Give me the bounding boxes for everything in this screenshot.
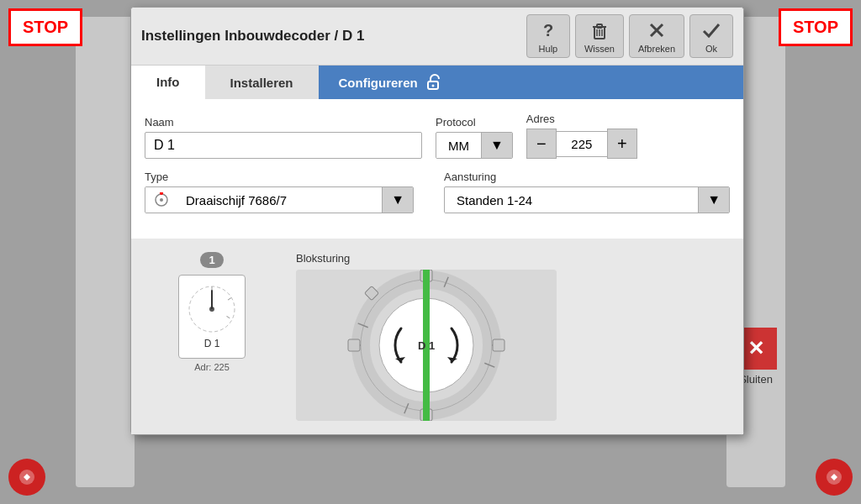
svg-rect-14 [700, 18, 723, 42]
protocol-dropdown-btn[interactable]: ▼ [481, 133, 512, 158]
dialog-header: Instellingen Inbouwdecoder / D 1 ? Hulp [131, 8, 743, 66]
bottom-icon-right [816, 459, 853, 496]
bloksturing-title: Bloksturing [296, 252, 730, 265]
dialog-bottom: 1 D 1 Adr: 225 Blo [131, 239, 743, 434]
wissen-label: Wissen [584, 44, 615, 54]
svg-rect-43 [493, 339, 504, 351]
type-label: Type [145, 171, 430, 183]
type-group: Type Draaischijf 7686/7 ▼ [145, 171, 430, 213]
protocol-group: Protocol MM ▼ [436, 116, 513, 159]
naam-label: Naam [145, 116, 422, 129]
type-value: Draaischijf 7686/7 [177, 188, 382, 213]
svg-text:?: ? [543, 21, 553, 39]
dialog-title: Instellingen Inbouwdecoder / D 1 [141, 28, 364, 45]
adres-group: Adres − 225 + [526, 113, 637, 159]
protocol-value: MM [436, 134, 481, 158]
blok-canvas: D 1 [296, 270, 557, 421]
dialog-body: Naam Protocol MM ▼ Adres − 225 + [131, 99, 743, 239]
badge-1: 1 [200, 252, 223, 268]
bloksturing-svg: D 1 [296, 270, 557, 421]
protocol-select[interactable]: MM ▼ [436, 132, 513, 159]
aansturing-value: Standen 1-24 [445, 188, 698, 213]
bottom-icon-left [8, 459, 45, 496]
stop-button-right[interactable]: STOP [779, 8, 853, 46]
help-icon: ? [536, 18, 560, 42]
svg-text:D 1: D 1 [418, 339, 435, 352]
ok-label: Ok [705, 44, 717, 54]
adres-value: 225 [557, 131, 607, 157]
type-dropdown-btn[interactable]: ▼ [382, 187, 413, 213]
aansturing-label: Aansturing [444, 171, 730, 183]
tabs-bar: Info Installeren Configureren [131, 66, 743, 99]
afbreken-button[interactable]: Afbreken [629, 14, 684, 58]
naam-group: Naam [145, 116, 422, 159]
bg-panel-left [76, 17, 135, 487]
adres-label: Adres [526, 113, 637, 125]
type-select[interactable]: Draaischijf 7686/7 ▼ [145, 186, 414, 213]
settings-dialog: Instellingen Inbouwdecoder / D 1 ? Hulp [130, 7, 744, 435]
decoder-card: D 1 [178, 275, 246, 359]
svg-point-16 [431, 85, 434, 87]
row-naam-protocol-adres: Naam Protocol MM ▼ Adres − 225 + [145, 113, 730, 159]
decoder-addr: Adr: 225 [194, 362, 230, 372]
aansturing-group: Aansturing Standen 1-24 ▼ [444, 171, 730, 213]
decoder-name: D 1 [204, 338, 220, 349]
hulp-label: Hulp [539, 44, 558, 54]
svg-point-18 [160, 198, 163, 202]
close-icon [645, 18, 668, 42]
decoder-dial-svg [187, 284, 237, 334]
trash-icon [588, 18, 611, 42]
adres-plus-btn[interactable]: + [607, 129, 637, 159]
tab-installeren[interactable]: Installeren [205, 66, 319, 99]
adres-controls: − 225 + [526, 129, 637, 159]
type-icon [145, 187, 177, 213]
hulp-button[interactable]: ? Hulp [526, 14, 570, 58]
preview-left: 1 D 1 Adr: 225 [145, 252, 279, 421]
tab-configureren[interactable]: Configureren [319, 66, 743, 99]
aansturing-select[interactable]: Standen 1-24 ▼ [444, 186, 730, 213]
wissen-button[interactable]: Wissen [575, 14, 624, 58]
tab-info[interactable]: Info [131, 66, 205, 99]
stop-button-left[interactable]: STOP [8, 8, 82, 46]
bloksturing-section: Bloksturing [296, 252, 730, 421]
row-type-aansturing: Type Draaischijf 7686/7 ▼ [145, 171, 730, 213]
aansturing-dropdown-btn[interactable]: ▼ [698, 187, 729, 213]
afbreken-label: Afbreken [638, 44, 675, 54]
ok-button[interactable]: Ok [689, 14, 733, 58]
svg-rect-42 [348, 339, 360, 351]
protocol-label: Protocol [436, 116, 513, 129]
check-icon [700, 18, 723, 42]
adres-minus-btn[interactable]: − [526, 129, 557, 159]
configureren-label: Configureren [339, 76, 418, 90]
dialog-toolbar: ? Hulp Wissen [526, 14, 733, 58]
naam-input[interactable] [145, 132, 422, 159]
lock-open-icon [425, 74, 441, 91]
